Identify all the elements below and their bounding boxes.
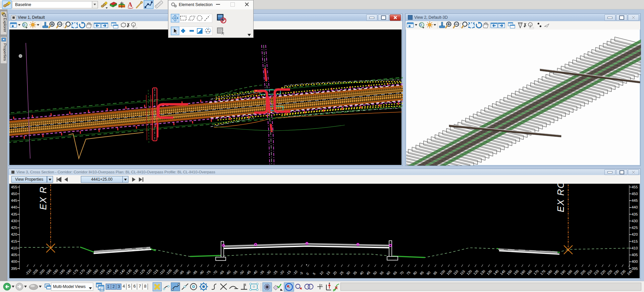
svg-text:-165: -165	[85, 268, 92, 276]
svg-text:-135: -135	[125, 268, 132, 276]
svg-text:70: 70	[399, 270, 405, 276]
svg-text:-210: -210	[25, 268, 32, 276]
svg-text:-5: -5	[299, 271, 304, 276]
svg-text:435: 435	[632, 212, 638, 216]
svg-text:200: 200	[573, 269, 580, 276]
svg-text:-160: -160	[92, 268, 99, 276]
svg-text:-95: -95	[178, 270, 184, 276]
svg-text:405: 405	[11, 253, 17, 257]
svg-text:-25: -25	[272, 270, 278, 276]
svg-text:65: 65	[392, 270, 398, 276]
svg-text:A: A	[128, 1, 132, 8]
svg-text:-150: -150	[105, 268, 112, 276]
svg-text:-145: -145	[112, 268, 119, 276]
svg-text:185: 185	[553, 269, 559, 276]
svg-text:-10: -10	[292, 270, 298, 276]
svg-text:5: 5	[312, 272, 316, 276]
svg-text:10: 10	[319, 270, 324, 276]
svg-text:-120: -120	[145, 268, 152, 276]
svg-text:235: 235	[620, 269, 627, 276]
svg-text:-170: -170	[78, 268, 86, 276]
svg-text:410: 410	[632, 246, 638, 250]
svg-text:400: 400	[11, 259, 17, 264]
svg-text:445: 445	[11, 198, 17, 202]
svg-text:205: 205	[580, 269, 586, 276]
svg-text:140: 140	[493, 269, 499, 276]
svg-text:455: 455	[632, 185, 638, 189]
svg-text:-15: -15	[285, 270, 291, 276]
svg-text:-110: -110	[158, 269, 166, 276]
svg-text:-130: -130	[132, 268, 139, 276]
svg-text:445: 445	[632, 198, 638, 202]
svg-text:210: 210	[586, 269, 593, 276]
svg-text:175: 175	[539, 269, 546, 276]
svg-text:20: 20	[332, 270, 338, 276]
svg-text:425: 425	[11, 226, 17, 230]
svg-text:EX R: EX R	[38, 186, 48, 210]
svg-text:-80: -80	[199, 270, 205, 276]
svg-text:95: 95	[433, 270, 438, 276]
svg-text:-175: -175	[71, 268, 79, 276]
svg-text:-105: -105	[165, 268, 172, 276]
svg-text:-155: -155	[98, 268, 106, 276]
svg-text:100: 100	[439, 269, 446, 276]
svg-text:395: 395	[11, 267, 17, 271]
svg-text:110: 110	[452, 269, 459, 276]
svg-text:400: 400	[632, 259, 638, 264]
svg-text:-85: -85	[192, 270, 198, 276]
svg-text:430: 430	[632, 219, 638, 223]
svg-text:-30: -30	[265, 270, 271, 276]
svg-text:-185: -185	[58, 268, 65, 276]
svg-text:440: 440	[632, 205, 638, 209]
svg-text:155: 155	[513, 269, 520, 276]
svg-text:-55: -55	[232, 270, 238, 276]
svg-text:160: 160	[520, 269, 526, 276]
svg-text:410: 410	[11, 246, 17, 250]
svg-text:215: 215	[593, 269, 600, 276]
svg-text:-90: -90	[185, 270, 191, 276]
svg-text:450: 450	[632, 192, 638, 196]
svg-text:55: 55	[379, 270, 384, 276]
svg-text:-70: -70	[212, 270, 218, 276]
svg-text:-50: -50	[239, 270, 245, 276]
svg-text:395: 395	[632, 267, 638, 271]
svg-text:-75: -75	[205, 270, 211, 276]
svg-text:195: 195	[566, 269, 573, 276]
svg-text:60: 60	[386, 270, 391, 276]
svg-text:225: 225	[606, 269, 613, 276]
svg-text:405: 405	[632, 253, 638, 257]
svg-text:220: 220	[600, 269, 606, 276]
svg-text:45: 45	[366, 270, 371, 276]
svg-text:-140: -140	[118, 268, 126, 276]
svg-text:425: 425	[632, 226, 638, 230]
svg-text:-20: -20	[279, 270, 285, 276]
svg-text:85: 85	[419, 270, 425, 276]
svg-text:75: 75	[406, 270, 411, 276]
svg-text:145: 145	[499, 269, 506, 276]
svg-text:-115: -115	[152, 269, 159, 276]
svg-text:-125: -125	[139, 268, 146, 276]
svg-text:430: 430	[11, 219, 17, 223]
svg-text:-200: -200	[38, 268, 46, 276]
svg-text:40: 40	[359, 270, 364, 276]
svg-text:35: 35	[352, 270, 358, 276]
svg-text:105: 105	[446, 269, 452, 276]
svg-text:-190: -190	[51, 268, 59, 276]
svg-text:125: 125	[473, 269, 479, 276]
svg-text:-35: -35	[259, 270, 265, 276]
svg-text:EX RO: EX RO	[556, 184, 566, 212]
svg-text:455: 455	[11, 185, 17, 189]
svg-text:170: 170	[533, 269, 540, 276]
svg-text:165: 165	[526, 269, 533, 276]
svg-text:415: 415	[632, 239, 638, 243]
svg-text:80: 80	[413, 270, 418, 276]
svg-text:90: 90	[426, 270, 431, 276]
svg-text:50: 50	[372, 270, 378, 276]
svg-text:-45: -45	[245, 270, 251, 276]
svg-text:115: 115	[459, 269, 466, 276]
svg-text:-40: -40	[252, 270, 258, 276]
svg-text:440: 440	[11, 205, 17, 209]
svg-text:25: 25	[339, 270, 344, 276]
svg-text:-60: -60	[225, 270, 231, 276]
svg-text:420: 420	[11, 232, 17, 236]
